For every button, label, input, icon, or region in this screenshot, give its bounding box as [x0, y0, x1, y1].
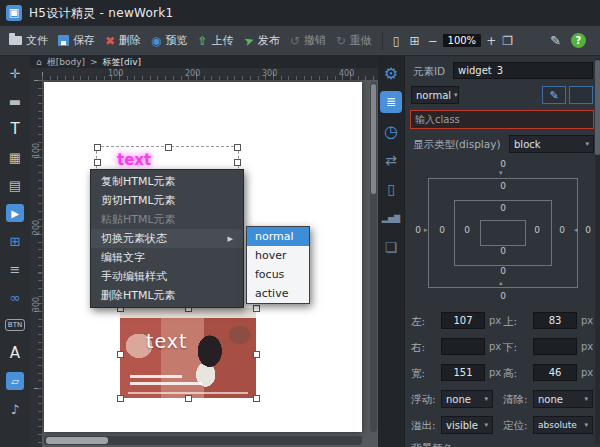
right-input[interactable] — [441, 338, 485, 355]
tool-image[interactable]: ▦ — [0, 143, 30, 171]
tool-gallery[interactable]: ▤ — [0, 171, 30, 199]
tool-music[interactable]: ♪ — [0, 395, 30, 423]
tool-divider[interactable]: ▬ — [0, 87, 30, 115]
tool-text[interactable]: T — [0, 115, 30, 143]
display-select[interactable]: block ▾ — [509, 135, 594, 153]
divider-icon: ▬ — [9, 94, 21, 109]
selected-text-element[interactable]: text — [117, 151, 151, 169]
undo-button[interactable]: ↺ 撤销 — [285, 30, 331, 51]
list-icon[interactable]: ≣ — [380, 91, 402, 113]
resize-handle-nw[interactable] — [94, 144, 101, 151]
preview-button[interactable]: ◉ 预览 — [146, 30, 192, 51]
resize-handle-n[interactable] — [165, 144, 172, 151]
link-icon: ∞ — [10, 290, 21, 305]
submenu-item-active[interactable]: active — [247, 284, 309, 303]
resize-handle-w[interactable] — [94, 159, 101, 166]
canvas-image[interactable]: text — [120, 308, 256, 398]
border-bottom-value[interactable]: 0 — [495, 266, 511, 276]
menu-item-edit-text[interactable]: 编辑文字 — [91, 248, 243, 267]
image-handle-ne[interactable] — [253, 305, 260, 312]
tool-grid[interactable]: ⊞ — [0, 227, 30, 255]
tool-move[interactable]: ✛ — [0, 59, 30, 87]
grid-view-button[interactable]: ⊞ — [404, 32, 424, 50]
home-icon[interactable]: ⌂ — [36, 57, 42, 67]
resize-handle-ne[interactable] — [234, 144, 241, 151]
margin-top-value[interactable]: 0 — [495, 159, 511, 169]
margin-bottom-value[interactable]: 0 — [495, 291, 511, 301]
border-right-value[interactable]: 0 — [554, 225, 570, 235]
image-handle-sw[interactable] — [117, 395, 124, 402]
fit-screen-icon[interactable]: ❐ — [502, 34, 513, 48]
panel-scrollbar-thumb[interactable] — [595, 60, 600, 155]
height-label: 高: — [503, 367, 517, 381]
element-id-input[interactable] — [453, 62, 593, 79]
delete-button[interactable]: ✖ 删除 — [100, 30, 146, 51]
clock-icon[interactable]: ◷ — [380, 120, 402, 142]
padding-right-value[interactable]: 0 — [529, 225, 545, 235]
phone-icon[interactable]: ▯ — [380, 178, 402, 200]
menu-item-edit-style[interactable]: 手动编辑样式 — [91, 267, 243, 286]
canvas-horizontal-scrollbar[interactable] — [44, 436, 362, 445]
overflow-select[interactable]: visible ▾ — [441, 416, 493, 434]
margin-right-value[interactable]: 0 — [580, 225, 596, 235]
left-input[interactable] — [441, 312, 485, 329]
submenu-item-normal[interactable]: normal — [247, 227, 309, 246]
save-button[interactable]: 保存 — [53, 30, 100, 51]
file-button[interactable]: 文件 — [4, 30, 53, 51]
v-scrollbar-thumb[interactable] — [371, 84, 376, 194]
float-label: 浮动: — [411, 393, 436, 407]
breadcrumb-root[interactable]: 根[body] — [47, 56, 85, 69]
edit-state-button[interactable]: ✎ — [542, 86, 566, 104]
state-select[interactable]: normal ▾ — [411, 86, 459, 104]
tool-shape[interactable]: ▱ — [0, 367, 30, 395]
menu-item-delete[interactable]: 删除HTML元素 — [91, 286, 243, 305]
menu-item-paste[interactable]: 粘贴HTML元素 — [91, 210, 243, 229]
image-handle-se[interactable] — [253, 395, 260, 402]
tool-button[interactable]: BTN — [0, 311, 30, 339]
add-state-button[interactable] — [569, 86, 593, 104]
class-input[interactable] — [410, 110, 594, 129]
padding-bottom-value[interactable]: 0 — [495, 246, 511, 256]
canvas-vertical-scrollbar[interactable] — [370, 82, 377, 432]
menu-item-copy[interactable]: 复制HTML元素 — [91, 172, 243, 191]
height-input[interactable] — [533, 364, 577, 381]
publish-button[interactable]: ➤ 发布 — [239, 30, 285, 51]
device-view-button[interactable]: ▯ — [388, 32, 405, 50]
zoom-in-button[interactable]: + — [483, 34, 499, 48]
submenu-item-focus[interactable]: focus — [247, 265, 309, 284]
tool-video[interactable]: ▶ — [0, 199, 30, 227]
zoom-out-button[interactable]: − — [424, 34, 440, 48]
chart-icon[interactable]: ▂▅▇ — [380, 207, 402, 229]
top-input[interactable] — [533, 312, 577, 329]
bottom-input[interactable] — [533, 338, 577, 355]
swap-icon[interactable]: ⇄ — [380, 149, 402, 171]
image-handle-s[interactable] — [185, 395, 192, 402]
padding-top-value[interactable]: 0 — [495, 203, 511, 213]
h-scrollbar-thumb[interactable] — [46, 437, 108, 444]
redo-button[interactable]: ↻ 重做 — [331, 30, 377, 51]
menu-item-cut[interactable]: 剪切HTML元素 — [91, 191, 243, 210]
image-handle-e[interactable] — [253, 351, 260, 358]
image-handle-w[interactable] — [117, 351, 124, 358]
position-select[interactable]: absolute ▾ — [533, 416, 593, 434]
layers-icon[interactable]: ❏ — [380, 236, 402, 258]
edit-pencil-icon[interactable]: ✎ — [550, 33, 561, 48]
upload-button[interactable]: ⇧ 上传 — [193, 30, 239, 51]
width-input[interactable] — [441, 364, 485, 381]
tool-link[interactable]: ∞ — [0, 283, 30, 311]
breadcrumb-current[interactable]: 标签[div] — [103, 56, 142, 69]
submenu-item-hover[interactable]: hover — [247, 246, 309, 265]
float-select[interactable]: none ▾ — [441, 390, 493, 408]
menu-item-toggle-state[interactable]: 切换元素状态 ▶ — [91, 229, 243, 248]
resize-handle-e[interactable] — [234, 159, 241, 166]
padding-left-value[interactable]: 0 — [459, 225, 475, 235]
tool-letter[interactable]: A — [0, 339, 30, 367]
right-label: 右: — [411, 341, 425, 355]
gear-icon[interactable]: ⚙ — [380, 62, 402, 84]
border-left-value[interactable]: 0 — [434, 225, 450, 235]
help-icon[interactable]: ? — [571, 33, 586, 48]
panel-scrollbar[interactable] — [595, 58, 600, 444]
tool-form[interactable]: ≡ — [0, 255, 30, 283]
border-top-value[interactable]: 0 — [495, 181, 511, 191]
clear-select[interactable]: none ▾ — [533, 390, 593, 408]
